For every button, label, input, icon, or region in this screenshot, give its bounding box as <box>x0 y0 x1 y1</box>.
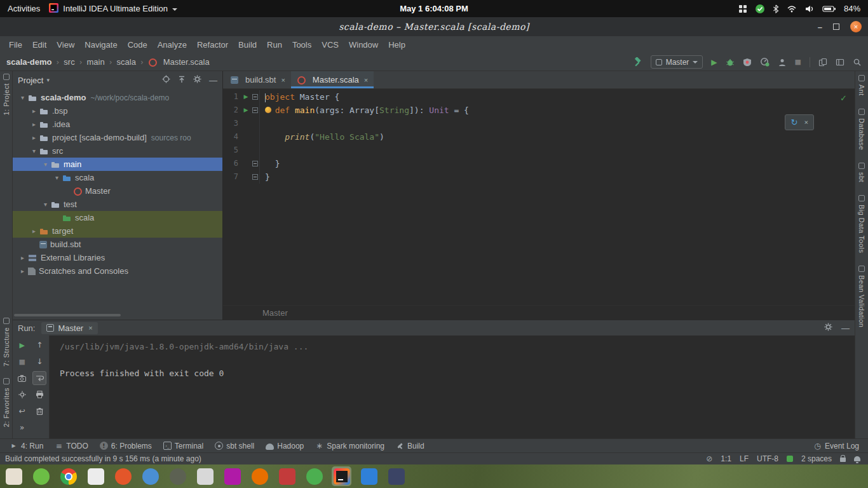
coverage-button[interactable] <box>743 58 752 67</box>
gear-icon[interactable] <box>193 75 201 85</box>
toolbar-build[interactable]: Build <box>390 439 430 453</box>
menu-help[interactable]: Help <box>383 40 410 50</box>
fold-end-icon[interactable] <box>252 161 258 166</box>
run-configuration-select[interactable]: Master <box>651 55 703 69</box>
debug-button[interactable] <box>726 58 735 67</box>
tree-item-scala[interactable]: ▾scala <box>13 171 222 184</box>
chevron-expanded-icon[interactable]: ▾ <box>41 201 50 208</box>
dock-app-gimp[interactable] <box>168 466 187 486</box>
code-text[interactable]: print("Hello Scala") <box>264 130 384 144</box>
code-line-6[interactable]: 6 } <box>223 157 855 170</box>
tree-item-src[interactable]: ▾src <box>13 144 222 158</box>
rerun-button[interactable]: ▶ <box>15 338 29 352</box>
toolbar-hadoop[interactable]: Hadoop <box>260 439 309 453</box>
run-line-gutter[interactable]: ▶ <box>241 104 251 117</box>
breadcrumb-item-main[interactable]: main <box>87 57 105 67</box>
activities-button[interactable]: Activities <box>8 4 40 13</box>
code-text[interactable]: object Master { <box>264 90 339 104</box>
hide-panel-icon[interactable]: — <box>209 76 217 85</box>
dock-app-java[interactable] <box>250 466 269 486</box>
tree-item-master[interactable]: Master <box>13 184 222 198</box>
up-stack-icon[interactable]: ↑ <box>32 338 46 352</box>
toolbar-spark-monitoring[interactable]: Spark monitoring <box>309 439 390 453</box>
console-output[interactable]: /usr/lib/jvm/java-1.8.0-openjdk-amd64/bi… <box>50 336 855 438</box>
gear-icon[interactable] <box>824 323 832 333</box>
chevron-expanded-icon[interactable]: ▾ <box>41 161 50 168</box>
toolwindow-button-7-structure[interactable]: 7: Structure <box>3 318 10 367</box>
menu-analyze[interactable]: Analyze <box>153 40 192 50</box>
clear-all-icon[interactable] <box>32 404 46 418</box>
breadcrumb-item-scala-demo[interactable]: scala-demo <box>6 57 52 67</box>
code-text[interactable] <box>264 117 265 130</box>
volume-icon[interactable] <box>804 4 815 13</box>
build-hammer-button[interactable] <box>632 57 642 67</box>
file-encoding[interactable]: UTF-8 <box>757 454 778 463</box>
project-panel-title[interactable]: Project <box>18 76 43 85</box>
breadcrumb-item-src[interactable]: src <box>64 57 74 67</box>
menu-build[interactable]: Build <box>233 40 262 50</box>
toolwindow-button-sbt[interactable]: sbt <box>858 163 865 182</box>
tab-build-sbt[interactable]: build.sbt× <box>224 71 291 88</box>
close-icon[interactable]: × <box>804 118 808 126</box>
dock-app-chrome[interactable] <box>58 466 78 486</box>
chevron-collapsed-icon[interactable]: ▸ <box>29 134 39 141</box>
run-arrow-icon[interactable]: ▶ <box>244 104 248 117</box>
fold-end-icon[interactable] <box>252 174 258 180</box>
chevron-collapsed-icon[interactable]: ▸ <box>18 254 27 261</box>
collapse-all-icon[interactable] <box>178 76 186 85</box>
code-text[interactable]: def main(args: Array[String]): Unit = { <box>264 104 469 117</box>
editor-breadcrumb[interactable]: Master <box>262 308 288 318</box>
tree-item-scala[interactable]: scala <box>13 211 222 224</box>
menu-view[interactable]: View <box>51 40 79 50</box>
fold-open-icon[interactable] <box>252 94 258 100</box>
dock-app-pycharm[interactable] <box>222 466 242 486</box>
toolwindow-button-2-favorites[interactable]: 2: Favorites <box>3 378 10 427</box>
tree-item-target[interactable]: ▸target <box>13 224 222 238</box>
scala-highlighting-indicator-icon[interactable] <box>787 456 793 462</box>
menu-navigate[interactable]: Navigate <box>79 40 122 50</box>
screenshot-icon[interactable] <box>15 371 29 385</box>
dock-app-intellij-idea[interactable] <box>332 466 351 486</box>
dock-app-vscode[interactable] <box>359 466 379 486</box>
dock-app-photos[interactable] <box>386 466 406 486</box>
code-line-3[interactable]: 3 <box>223 117 855 130</box>
code-text[interactable]: } <box>264 170 270 184</box>
chevron-collapsed-icon[interactable]: ▸ <box>29 227 39 234</box>
close-tab-icon[interactable]: × <box>364 76 368 84</box>
dock-app-firefox[interactable] <box>113 466 133 486</box>
app-grid-icon[interactable] <box>738 4 747 13</box>
maximize-button[interactable] <box>833 24 839 30</box>
dock-app-mail[interactable] <box>86 466 105 486</box>
fold-open-icon[interactable] <box>252 107 258 113</box>
toolbar-6-problems[interactable]: 6: Problems <box>94 439 158 453</box>
tree-item-scratches-and-consoles[interactable]: ▸Scratches and Consoles <box>13 264 222 278</box>
toolwindow-button-1-project[interactable]: 1: Project <box>3 74 10 115</box>
close-panel-icon[interactable]: ↩ <box>15 404 29 418</box>
code-line-7[interactable]: 7} <box>223 170 855 184</box>
menu-vcs[interactable]: VCS <box>316 40 344 50</box>
down-stack-icon[interactable]: ↓ <box>32 355 46 369</box>
chevron-collapsed-icon[interactable]: ▸ <box>29 107 39 114</box>
line-separator[interactable]: LF <box>740 454 749 463</box>
intention-bulb-icon[interactable] <box>265 107 271 113</box>
event-log-button[interactable]: Event Log <box>813 442 864 451</box>
menu-file[interactable]: File <box>4 40 27 50</box>
code-text[interactable] <box>264 144 265 157</box>
run-with-profiler-button[interactable] <box>778 58 787 67</box>
breadcrumb-item-master-scala[interactable]: Master.scala <box>148 57 210 67</box>
horizontal-scrollbar[interactable] <box>14 314 121 316</box>
menu-refactor[interactable]: Refactor <box>192 40 233 50</box>
compare-button[interactable] <box>818 58 827 67</box>
highlighting-level-icon[interactable]: ⊘ <box>706 454 712 463</box>
chevron-expanded-icon[interactable]: ▾ <box>52 174 62 181</box>
menu-run[interactable]: Run <box>262 40 287 50</box>
notification-check-icon[interactable] <box>755 4 765 14</box>
stop-button[interactable]: ■ <box>15 355 29 369</box>
caret-position[interactable]: 1:1 <box>721 454 731 463</box>
dock-app-filezilla[interactable] <box>277 466 297 486</box>
dock-app-web-browser[interactable] <box>140 466 160 486</box>
toolwindow-button-big-data-tools[interactable]: Big Data Tools <box>858 195 865 253</box>
code-line-2[interactable]: 2▶ def main(args: Array[String]): Unit =… <box>223 104 855 117</box>
close-button[interactable]: × <box>850 21 862 32</box>
tree-item-project-scala-demo-build[interactable]: ▸project [scala-demo-build]sources roo <box>13 131 222 144</box>
